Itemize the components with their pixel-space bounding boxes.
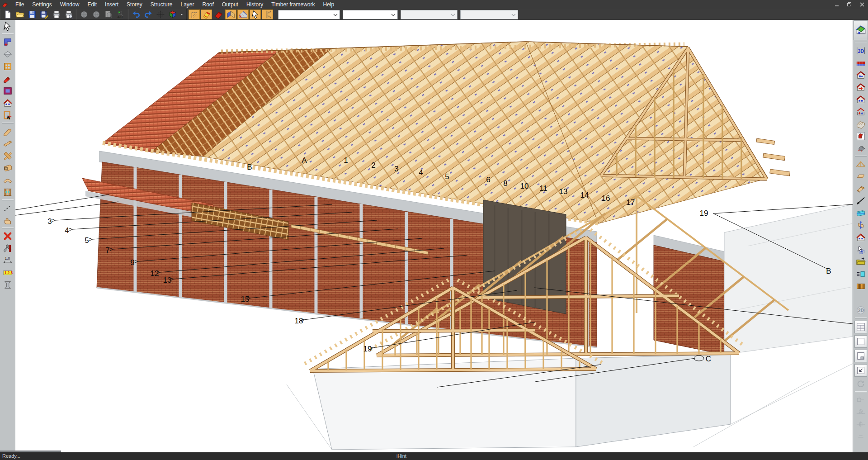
search-a-omega-button[interactable]: A-Ω — [115, 9, 126, 19]
menu-item-storey[interactable]: Storey — [123, 0, 146, 9]
menu-item-help[interactable]: Help — [319, 0, 338, 9]
roof-framing-button[interactable] — [201, 9, 212, 19]
roof-hatch-button[interactable] — [237, 9, 249, 19]
menu-item-layer[interactable]: Layer — [176, 0, 198, 9]
restore-button[interactable] — [846, 2, 853, 7]
material-select[interactable] — [343, 10, 398, 19]
left-tool-roof-corner[interactable] — [1, 73, 14, 84]
left-tool-arc-beam[interactable] — [1, 174, 14, 185]
right-tool-house-arrows-down[interactable] — [854, 106, 868, 117]
left-tool-tools-hammer[interactable] — [1, 242, 14, 254]
right-tool-node-lamp[interactable] — [854, 406, 868, 417]
menu-item-edit[interactable]: Edit — [83, 0, 101, 9]
save-button[interactable] — [26, 9, 38, 19]
right-tool-house-small[interactable] — [854, 232, 868, 243]
menu-item-structure[interactable]: Structure — [146, 0, 177, 9]
caret-down-button[interactable] — [179, 9, 184, 19]
right-tool-house-front[interactable] — [854, 94, 868, 105]
wall-axes-button[interactable] — [189, 9, 200, 19]
open-folder-button[interactable] — [14, 9, 25, 19]
right-tool-house-3d[interactable] — [854, 20, 868, 40]
right-tool-panel-roof[interactable] — [854, 130, 868, 142]
right-tool-line-diagonal[interactable] — [854, 195, 868, 206]
right-tool-roof-detail[interactable] — [854, 57, 868, 68]
separator — [2, 199, 14, 200]
menu-item-output[interactable]: Output — [218, 0, 242, 9]
undo-button[interactable] — [130, 9, 142, 19]
left-tool-hip-roof[interactable] — [1, 48, 14, 60]
right-tool-node-cross[interactable] — [854, 418, 868, 430]
right-tool-view-2d[interactable]: 2D — [854, 304, 868, 316]
left-tool-window-frame[interactable] — [1, 61, 14, 72]
annotation-label-3: 3 — [394, 165, 398, 174]
annotation-label-19: 19 — [363, 345, 372, 354]
node-plug-icon — [856, 395, 866, 405]
right-tool-square-box[interactable] — [854, 350, 867, 362]
right-tool-panel-table[interactable] — [854, 321, 867, 333]
right-tool-view-3d[interactable]: 3D — [854, 45, 868, 56]
left-tool-wall-framing[interactable] — [1, 186, 14, 198]
left-tool-steel-beam[interactable] — [1, 279, 14, 290]
menu-item-history[interactable]: History — [242, 0, 267, 9]
right-tool-house-arrow-right[interactable] — [854, 81, 868, 93]
right-tool-glass-frame[interactable] — [854, 118, 868, 129]
save-as-button[interactable] — [38, 9, 50, 19]
right-tool-square-arrow[interactable] — [854, 364, 867, 377]
menu-item-window[interactable]: Window — [56, 0, 84, 9]
annotation-label-2: 2 — [371, 161, 375, 170]
left-tool-plate-cursor[interactable] — [1, 109, 14, 121]
center-target-button[interactable] — [155, 9, 166, 19]
right-tool-select-boxes[interactable] — [854, 244, 868, 255]
print-button[interactable] — [51, 9, 62, 19]
minimize-button[interactable] — [834, 2, 840, 7]
redo-button[interactable] — [142, 9, 154, 19]
left-tool-dashed-line[interactable] — [1, 202, 14, 213]
timber-joint-button[interactable] — [262, 9, 273, 19]
menu-item-insert[interactable]: Insert — [101, 0, 123, 9]
right-tool-slats[interactable] — [854, 280, 868, 292]
left-tool-select-arrow[interactable] — [1, 20, 14, 32]
right-tool-folder-export[interactable] — [854, 256, 868, 267]
right-tool-rotate[interactable] — [854, 378, 868, 389]
print-preview-button[interactable] — [63, 9, 74, 19]
right-tool-parts-list[interactable] — [854, 268, 868, 280]
drawing-canvas[interactable]: BA123456810111314161719345791213151819BC — [15, 20, 853, 452]
left-tool-ceiling-panel[interactable] — [1, 85, 14, 96]
left-tool-delete-x[interactable] — [1, 230, 14, 242]
sphere-view-button[interactable] — [78, 9, 90, 19]
right-tool-truss-frame[interactable] — [854, 158, 868, 170]
annotation-label-10: 10 — [520, 182, 529, 191]
left-tool-rafter-plank[interactable] — [1, 138, 14, 149]
select-cursor-button[interactable] — [250, 9, 261, 19]
right-tool-bird-view[interactable] — [854, 142, 868, 154]
left-tool-wall-corner[interactable] — [1, 36, 14, 47]
right-tool-node-plug[interactable] — [854, 394, 868, 405]
right-tool-board[interactable] — [854, 171, 868, 182]
menu-item-file[interactable]: File — [11, 0, 28, 9]
menu-item-settings[interactable]: Settings — [28, 0, 56, 9]
zoom-page-button[interactable] — [103, 9, 114, 19]
left-tool-house[interactable] — [1, 97, 14, 109]
storey-select[interactable] — [278, 10, 340, 19]
close-button[interactable] — [859, 2, 865, 7]
insulation-button[interactable] — [225, 9, 236, 19]
new-document-button[interactable] — [2, 9, 13, 19]
right-tool-section-view[interactable] — [854, 207, 868, 218]
view-cube-button[interactable] — [167, 9, 178, 19]
right-tool-beam-3d[interactable] — [854, 183, 868, 194]
left-tool-joint-block[interactable] — [1, 214, 14, 226]
menu-item-timber-framework[interactable]: Timber framework — [267, 0, 319, 9]
left-tool-beam-box[interactable] — [1, 162, 14, 173]
right-tool-house-arrow-left[interactable] — [854, 69, 868, 81]
left-tool-crossed-beams[interactable] — [1, 150, 14, 161]
left-tool-dimension-1-0[interactable]: 1.0 — [1, 255, 14, 266]
annotation-label-17: 17 — [627, 198, 635, 207]
menu-item-roof[interactable]: Roof — [198, 0, 218, 9]
right-tool-node-small[interactable] — [854, 431, 868, 442]
roof-red-button[interactable] — [213, 9, 224, 19]
right-tool-square-empty[interactable] — [854, 335, 867, 348]
sphere-view-2-button[interactable] — [90, 9, 102, 19]
left-tool-beam-diagonal[interactable] — [1, 125, 14, 137]
right-tool-measure-beam[interactable] — [854, 219, 868, 231]
left-tool-numbering-123[interactable]: 1 2 3 — [1, 267, 14, 278]
